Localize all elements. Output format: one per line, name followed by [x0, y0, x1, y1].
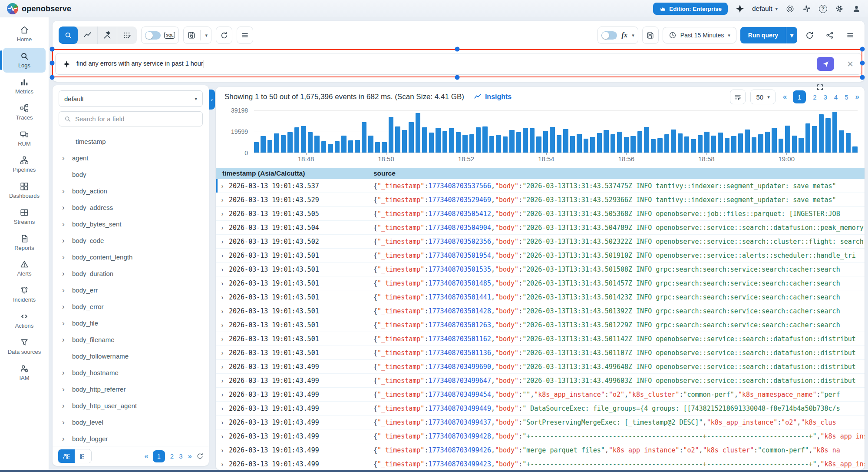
log-row[interactable]: ›2026-03-13 19:01:43.501{"_timestamp":17…: [216, 332, 865, 346]
log-row[interactable]: ›2026-03-13 19:01:43.505{"_timestamp":17…: [216, 207, 865, 221]
histogram-plot-area[interactable]: [254, 110, 858, 153]
chevron-right-icon[interactable]: ›: [62, 253, 65, 261]
field-item[interactable]: ›body_hostname: [53, 364, 209, 381]
log-row[interactable]: ›2026-03-13 19:01:43.499{"_timestamp":17…: [216, 415, 865, 429]
first-page-icon[interactable]: «: [783, 93, 786, 101]
rows-per-page-selector[interactable]: 50 ▾: [750, 90, 775, 104]
refresh-fields-icon[interactable]: [196, 452, 204, 460]
wrap-text-button[interactable]: [730, 90, 746, 104]
user-fields-view-button[interactable]: [58, 449, 75, 463]
expand-row-icon[interactable]: ›: [216, 346, 229, 359]
field-item[interactable]: body: [53, 166, 209, 183]
chevron-right-icon[interactable]: ›: [62, 402, 65, 409]
field-item[interactable]: ›body_content_length: [53, 249, 209, 265]
log-row[interactable]: ›2026-03-13 19:01:43.501{"_timestamp":17…: [216, 276, 865, 290]
chevron-right-icon[interactable]: ›: [62, 386, 65, 393]
share-button[interactable]: [822, 27, 838, 44]
log-row[interactable]: ›2026-03-13 19:01:43.499{"_timestamp":17…: [216, 429, 865, 443]
chevron-right-icon[interactable]: ›: [62, 369, 65, 376]
log-row[interactable]: ›2026-03-13 19:01:43.499{"_timestamp":17…: [216, 443, 865, 457]
sidebar-item-actions[interactable]: Actions: [3, 308, 46, 333]
fx-dropdown-icon[interactable]: ▾: [632, 33, 634, 38]
field-item[interactable]: ›body_err: [53, 282, 209, 298]
saved-search-dropdown-icon[interactable]: ▾: [205, 33, 208, 38]
chevron-right-icon[interactable]: ›: [62, 237, 65, 244]
log-row[interactable]: ›2026-03-13 19:01:43.501{"_timestamp":17…: [216, 304, 865, 318]
log-row[interactable]: ›2026-03-13 19:01:43.504{"_timestamp":17…: [216, 221, 865, 235]
horizontal-scrollbar[interactable]: [0, 470, 868, 472]
org-selector[interactable]: default ▾: [752, 5, 778, 13]
expand-row-icon[interactable]: ›: [216, 221, 229, 234]
run-query-button[interactable]: Run query ▾: [740, 27, 797, 43]
save-function-button[interactable]: [642, 27, 659, 44]
expand-row-icon[interactable]: ›: [216, 457, 229, 470]
page-button-active[interactable]: 1: [793, 90, 806, 103]
sidebar-item-metrics[interactable]: Metrics: [3, 74, 46, 99]
first-page-icon[interactable]: «: [144, 452, 147, 461]
expand-row-icon[interactable]: ›: [216, 415, 229, 429]
run-query-dropdown-icon[interactable]: ▾: [786, 27, 797, 43]
expand-row-icon[interactable]: ›: [216, 402, 229, 415]
expand-row-icon[interactable]: ›: [216, 318, 229, 332]
last-page-icon[interactable]: »: [855, 93, 858, 101]
query-menu-icon[interactable]: [237, 27, 253, 44]
log-row[interactable]: ›2026-03-13 19:01:43.501{"_timestamp":17…: [216, 318, 865, 332]
field-item[interactable]: ›body_logger: [53, 430, 209, 446]
page-button[interactable]: 5: [845, 93, 848, 101]
log-row[interactable]: ›2026-03-13 19:01:43.499{"_timestamp":17…: [216, 374, 865, 388]
expand-row-icon[interactable]: ›: [216, 374, 229, 387]
log-row[interactable]: ›2026-03-13 19:01:43.502{"_timestamp":17…: [216, 235, 865, 249]
chart-mode-button[interactable]: [78, 27, 98, 44]
column-header-timestamp[interactable]: timestamp (Asia/Calcutta): [216, 170, 373, 177]
expand-row-icon[interactable]: ›: [216, 332, 229, 346]
field-item[interactable]: ›body_duration: [53, 265, 209, 282]
field-item[interactable]: ›body_code: [53, 232, 209, 249]
sidebar-item-rum[interactable]: RUM: [3, 126, 46, 151]
schema-fields-view-button[interactable]: [75, 449, 91, 463]
page-button[interactable]: 3: [179, 452, 182, 460]
settings-gear-icon[interactable]: [835, 4, 844, 13]
chevron-right-icon[interactable]: ›: [62, 154, 65, 162]
sidebar-item-streams[interactable]: Streams: [3, 204, 46, 229]
sidebar-item-logs[interactable]: Logs: [3, 48, 46, 73]
slack-icon[interactable]: [802, 4, 812, 13]
chevron-right-icon[interactable]: ›: [62, 419, 65, 426]
time-range-selector[interactable]: Past 15 Minutes ▾: [663, 27, 736, 43]
user-avatar-icon[interactable]: [851, 4, 861, 13]
sidebar-item-data-sources[interactable]: Data sources: [3, 334, 46, 359]
fullscreen-icon[interactable]: [816, 83, 824, 91]
page-button-active[interactable]: 1: [153, 450, 165, 462]
field-item[interactable]: ›body_http_referrer: [53, 381, 209, 397]
chevron-right-icon[interactable]: ›: [62, 286, 65, 294]
submit-query-button[interactable]: [817, 57, 834, 71]
theme-toggle-icon[interactable]: [785, 4, 795, 13]
expand-row-icon[interactable]: ›: [216, 443, 229, 457]
expand-row-icon[interactable]: ›: [216, 429, 229, 443]
more-menu-icon[interactable]: [842, 27, 858, 44]
expand-row-icon[interactable]: ›: [216, 276, 229, 290]
tools-button[interactable]: [98, 27, 117, 44]
field-item[interactable]: ›body_address: [53, 199, 209, 216]
log-row[interactable]: ›2026-03-13 19:01:43.537{"_timestamp":17…: [216, 179, 865, 193]
collapse-fields-panel-button[interactable]: ‹: [209, 90, 215, 110]
chevron-right-icon[interactable]: ›: [62, 187, 65, 195]
expand-row-icon[interactable]: ›: [216, 193, 229, 206]
log-row[interactable]: ›2026-03-13 19:01:43.501{"_timestamp":17…: [216, 346, 865, 360]
nl-query-input[interactable]: find any errors with any service in past…: [76, 60, 811, 68]
chevron-right-icon[interactable]: ›: [62, 270, 65, 277]
auto-refresh-button[interactable]: [801, 27, 818, 44]
field-item[interactable]: ›body_file: [53, 315, 209, 331]
sidebar-item-incidents[interactable]: Incidents: [3, 282, 46, 307]
expand-row-icon[interactable]: ›: [216, 360, 229, 373]
log-row[interactable]: ›2026-03-13 19:01:43.501{"_timestamp":17…: [216, 249, 865, 263]
sidebar-item-iam[interactable]: IAM: [3, 360, 46, 385]
chevron-right-icon[interactable]: ›: [62, 303, 65, 310]
sidebar-item-alerts[interactable]: Alerts: [3, 256, 46, 281]
chevron-right-icon[interactable]: ›: [62, 204, 65, 211]
field-item[interactable]: ›body_action: [53, 183, 209, 199]
sidebar-item-dashboards[interactable]: Dashboards: [3, 178, 46, 203]
expand-row-icon[interactable]: ›: [216, 249, 229, 262]
field-item[interactable]: ›body_level: [53, 414, 209, 430]
page-button[interactable]: 2: [813, 93, 816, 101]
sidebar-item-pipelines[interactable]: Pipelines: [3, 152, 46, 177]
